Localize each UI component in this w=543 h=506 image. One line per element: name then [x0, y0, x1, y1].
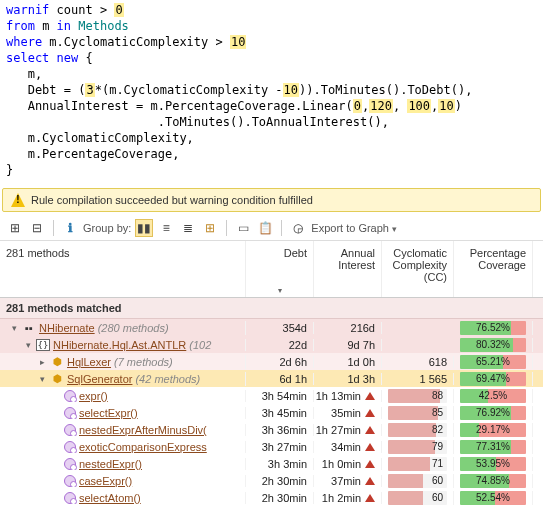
- namespace-icon: {}: [36, 339, 50, 351]
- item-link[interactable]: expr(): [79, 390, 108, 402]
- cc-cell: 82: [382, 423, 454, 437]
- cc-cell: 88: [382, 389, 454, 403]
- table-row[interactable]: selectExpr()3h 45min35min8576.92%: [0, 404, 543, 421]
- assembly-icon: ▪▪: [22, 321, 36, 335]
- trend-up-icon: [365, 460, 375, 468]
- results-toolbar: ⊞ ⊟ ℹ Group by: ▮▮ ≡ ≣ ⊞ ▭ 📋 ◶ Export to…: [0, 216, 543, 241]
- debt-cell: 22d: [246, 339, 314, 351]
- coverage-cell: 74.85%: [454, 474, 533, 488]
- item-link[interactable]: nestedExpr(): [79, 458, 142, 470]
- coverage-cell: 52.54%: [454, 491, 533, 505]
- trend-up-icon: [365, 477, 375, 485]
- tree-collapse-icon[interactable]: ⊟: [28, 219, 46, 237]
- col-debt[interactable]: Debt▾: [246, 241, 314, 297]
- info-icon[interactable]: ℹ: [61, 219, 79, 237]
- cc-cell: 60: [382, 474, 454, 488]
- export-graph-icon[interactable]: ◶: [289, 219, 307, 237]
- warning-icon: [11, 193, 25, 207]
- expand-toggle[interactable]: ▸: [37, 357, 47, 367]
- col-annual-interest[interactable]: Annual Interest: [314, 241, 382, 297]
- debt-cell: 6d 1h: [246, 373, 314, 385]
- item-count: (102: [189, 339, 211, 351]
- debt-cell: 3h 54min: [246, 390, 314, 402]
- coverage-cell: 42.5%: [454, 389, 533, 403]
- coverage-cell: 77.31%: [454, 440, 533, 454]
- class-icon: ⬢: [50, 355, 64, 369]
- table-row[interactable]: ▾{}NHibernate.Hql.Ast.ANTLR (10222d9d 7h…: [0, 336, 543, 353]
- group-by-label: Group by:: [83, 222, 131, 234]
- column-headers: 281 methods Debt▾ Annual Interest Cyclom…: [0, 241, 543, 298]
- table-row[interactable]: ▸⬢HqlLexer (7 methods)2d 6h1d 0h61865.21…: [0, 353, 543, 370]
- table-row[interactable]: exoticComparisonExpress3h 27min34min7977…: [0, 438, 543, 455]
- export-graph-button[interactable]: Export to Graph: [311, 222, 397, 234]
- tree-expand-icon[interactable]: ⊞: [6, 219, 24, 237]
- table-row[interactable]: ▾▪▪NHibernate (280 methods)354d216d76.52…: [0, 319, 543, 336]
- coverage-cell: 69.47%: [454, 372, 533, 386]
- item-count: (280 methods): [98, 322, 169, 334]
- cc-cell: 85: [382, 406, 454, 420]
- item-link[interactable]: NHibernate.Hql.Ast.ANTLR: [53, 339, 186, 351]
- coverage-cell: 53.95%: [454, 457, 533, 471]
- annual-interest-cell: 35min: [314, 407, 382, 419]
- expand-toggle[interactable]: ▾: [37, 374, 47, 384]
- method-icon: [64, 424, 76, 436]
- code-editor[interactable]: warnif count > 0 from m in Methods where…: [0, 0, 543, 184]
- cc-cell: 71: [382, 457, 454, 471]
- cc-cell: 618: [382, 356, 454, 368]
- method-icon: [64, 492, 76, 504]
- annual-interest-cell: 34min: [314, 441, 382, 453]
- debt-cell: 3h 27min: [246, 441, 314, 453]
- group-align-left-icon[interactable]: ≡: [157, 219, 175, 237]
- group-header: 281 methods matched: [0, 298, 543, 319]
- debt-cell: 2d 6h: [246, 356, 314, 368]
- table-row[interactable]: expr()3h 54min1h 13min8842.5%: [0, 387, 543, 404]
- annual-interest-cell: 216d: [314, 322, 382, 334]
- expand-toggle[interactable]: ▾: [9, 323, 19, 333]
- table-row[interactable]: ▾⬢SqlGenerator (42 methods)6d 1h1d 3h1 5…: [0, 370, 543, 387]
- trend-up-icon: [365, 426, 375, 434]
- group-flat-icon[interactable]: ⊞: [201, 219, 219, 237]
- col-cyclomatic[interactable]: Cyclomatic Complexity (CC): [382, 241, 454, 297]
- clipboard-icon[interactable]: 📋: [256, 219, 274, 237]
- coverage-cell: 76.52%: [454, 321, 533, 335]
- method-icon: [64, 458, 76, 470]
- item-link[interactable]: selectAtom(): [79, 492, 141, 504]
- trend-up-icon: [365, 494, 375, 502]
- class-icon: ⬢: [50, 372, 64, 386]
- coverage-cell: 65.21%: [454, 355, 533, 369]
- annual-interest-cell: 1h 27min: [314, 424, 382, 436]
- trend-up-icon: [365, 443, 375, 451]
- item-link[interactable]: selectExpr(): [79, 407, 138, 419]
- table-row[interactable]: caseExpr()2h 30min37min6074.85%: [0, 472, 543, 489]
- debt-cell: 354d: [246, 322, 314, 334]
- debt-cell: 2h 30min: [246, 492, 314, 504]
- method-icon: [64, 407, 76, 419]
- item-link[interactable]: SqlGenerator: [67, 373, 132, 385]
- annual-interest-cell: 1h 2min: [314, 492, 382, 504]
- item-link[interactable]: nestedExprAfterMinusDiv(: [79, 424, 207, 436]
- group-namespace-icon[interactable]: ▮▮: [135, 219, 153, 237]
- item-link[interactable]: caseExpr(): [79, 475, 132, 487]
- annual-interest-cell: 37min: [314, 475, 382, 487]
- results-grid[interactable]: ▾▪▪NHibernate (280 methods)354d216d76.52…: [0, 319, 543, 506]
- col-coverage[interactable]: Percentage Coverage: [454, 241, 533, 297]
- col-method[interactable]: 281 methods: [0, 241, 246, 297]
- debt-cell: 2h 30min: [246, 475, 314, 487]
- item-count: (42 methods): [135, 373, 200, 385]
- item-link[interactable]: NHibernate: [39, 322, 95, 334]
- group-align-right-icon[interactable]: ≣: [179, 219, 197, 237]
- table-row[interactable]: nestedExprAfterMinusDiv(3h 36min1h 27min…: [0, 421, 543, 438]
- item-link[interactable]: HqlLexer: [67, 356, 111, 368]
- expand-toggle[interactable]: ▾: [23, 340, 33, 350]
- warning-bar: Rule compilation succeeded but warning c…: [2, 188, 541, 212]
- method-icon: [64, 475, 76, 487]
- table-row[interactable]: selectAtom()2h 30min1h 2min6052.54%: [0, 489, 543, 506]
- cc-cell: 79: [382, 440, 454, 454]
- table-row[interactable]: nestedExpr()3h 3min1h 0min7153.95%: [0, 455, 543, 472]
- item-link[interactable]: exoticComparisonExpress: [79, 441, 207, 453]
- trend-up-icon: [365, 409, 375, 417]
- annual-interest-cell: 1h 13min: [314, 390, 382, 402]
- annual-interest-cell: 9d 7h: [314, 339, 382, 351]
- warning-text: Rule compilation succeeded but warning c…: [31, 194, 313, 206]
- copy-icon[interactable]: ▭: [234, 219, 252, 237]
